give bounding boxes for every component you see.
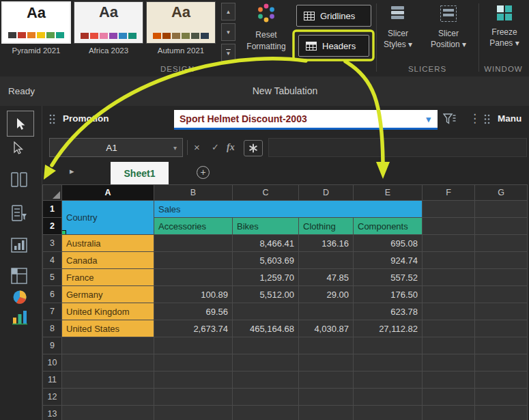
cell-A6[interactable]: Germany xyxy=(62,286,154,303)
cell-E3[interactable]: 695.08 xyxy=(354,235,423,252)
cell-E7[interactable]: 623.78 xyxy=(354,303,423,320)
cell-B13[interactable] xyxy=(154,406,233,420)
cell-A13[interactable] xyxy=(62,406,154,420)
col-header-F[interactable]: F xyxy=(423,185,475,201)
cell-B11[interactable] xyxy=(154,372,233,389)
chevron-down-icon[interactable]: ▾ xyxy=(426,114,431,124)
enter-button[interactable]: ✓ xyxy=(212,139,219,156)
cell-A4[interactable]: Canada xyxy=(62,252,154,269)
cell-E10[interactable] xyxy=(354,354,423,372)
formula-input[interactable] xyxy=(268,138,527,157)
slicer-grip-icon[interactable] xyxy=(484,114,490,124)
cell-B3[interactable] xyxy=(154,235,233,252)
row-header-4[interactable]: 4 xyxy=(43,252,62,269)
name-box[interactable]: A1 ▾ xyxy=(49,138,183,157)
column-chart-tool-button[interactable] xyxy=(12,309,28,328)
cell-F7[interactable] xyxy=(423,303,475,320)
cell-D4[interactable] xyxy=(299,252,354,269)
cell-D6[interactable]: 29.00 xyxy=(299,286,354,303)
cell-C4[interactable]: 5,603.69 xyxy=(233,252,299,269)
cell-D3[interactable]: 136.16 xyxy=(299,235,354,252)
cell-D7[interactable] xyxy=(299,303,354,320)
cell-D2[interactable]: Clothing xyxy=(299,218,354,235)
cell-D8[interactable]: 4,030.87 xyxy=(299,320,354,337)
cell-A1[interactable]: Country xyxy=(62,201,154,235)
freeze-panes-button[interactable]: Freeze Panes ▾ xyxy=(482,5,527,48)
row-header-6[interactable]: 6 xyxy=(43,286,62,303)
cell-F12[interactable] xyxy=(423,389,475,406)
select-all-corner[interactable] xyxy=(43,185,62,201)
cell-C6[interactable]: 5,512.00 xyxy=(233,286,299,303)
cell-B7[interactable]: 69.56 xyxy=(154,303,233,320)
cell-A11[interactable] xyxy=(62,372,154,389)
row-header-9[interactable]: 9 xyxy=(43,337,62,354)
select-tool-button[interactable] xyxy=(12,141,24,157)
fill-handle[interactable] xyxy=(62,230,67,235)
cell-A8[interactable]: United States xyxy=(62,320,154,337)
cell-C11[interactable] xyxy=(233,372,299,389)
row-header-8[interactable]: 8 xyxy=(43,320,62,337)
cell-B8[interactable]: 2,673.74 xyxy=(154,320,233,337)
theme-card-autumn-2021[interactable]: Aa xyxy=(146,1,216,44)
insert-function-button[interactable]: fx xyxy=(227,139,235,156)
ai-assistant-button[interactable] xyxy=(244,140,263,156)
cell-G7[interactable] xyxy=(475,303,528,320)
row-header-10[interactable]: 10 xyxy=(43,354,62,372)
cell-G10[interactable] xyxy=(475,354,528,372)
cell-C5[interactable]: 1,259.70 xyxy=(233,269,299,286)
cell-F10[interactable] xyxy=(423,354,475,372)
col-header-B[interactable]: B xyxy=(154,185,233,201)
slicer-position-button[interactable]: Slicer Position ▾ xyxy=(425,5,472,50)
cell-A5[interactable]: France xyxy=(62,269,154,286)
gallery-more-button[interactable]: ▼ xyxy=(221,44,235,61)
cell-E11[interactable] xyxy=(354,372,423,389)
cell-A9[interactable] xyxy=(62,337,154,354)
theme-card-pyramid-2021[interactable]: Aa xyxy=(1,1,71,44)
cell-E8[interactable]: 27,112.82 xyxy=(354,320,423,337)
pointer-tool-button[interactable] xyxy=(7,111,34,137)
cell-E5[interactable]: 557.52 xyxy=(354,269,423,286)
cell-F13[interactable] xyxy=(423,406,475,420)
cell-G12[interactable] xyxy=(475,389,528,406)
col-header-G[interactable]: G xyxy=(475,185,528,201)
cell-D10[interactable] xyxy=(299,354,354,372)
cell-B1[interactable]: Sales xyxy=(154,201,423,218)
cell-B5[interactable] xyxy=(154,269,233,286)
cell-F9[interactable] xyxy=(423,337,475,354)
col-header-E[interactable]: E xyxy=(354,185,423,201)
table-tool-button[interactable] xyxy=(10,267,28,288)
cell-E6[interactable]: 176.50 xyxy=(354,286,423,303)
cell-G2[interactable] xyxy=(475,218,528,235)
pie-chart-tool-button[interactable] xyxy=(12,289,28,308)
row-header-13[interactable]: 13 xyxy=(43,406,62,420)
chart-tool-button[interactable] xyxy=(10,237,28,256)
cell-G11[interactable] xyxy=(475,372,528,389)
cell-G9[interactable] xyxy=(475,337,528,354)
cell-F4[interactable] xyxy=(423,252,475,269)
theme-card-africa-2023[interactable]: Aa xyxy=(74,1,143,44)
cell-C13[interactable] xyxy=(233,406,299,420)
cell-G5[interactable] xyxy=(475,269,528,286)
cell-E13[interactable] xyxy=(354,406,423,420)
slicer-grip-icon[interactable] xyxy=(49,114,55,124)
cell-D13[interactable] xyxy=(299,406,354,420)
cell-B4[interactable] xyxy=(154,252,233,269)
cell-C9[interactable] xyxy=(233,337,299,354)
cell-C12[interactable] xyxy=(233,389,299,406)
cell-E4[interactable]: 924.74 xyxy=(354,252,423,269)
row-header-2[interactable]: 2 xyxy=(43,218,62,235)
cell-A3[interactable]: Australia xyxy=(62,235,154,252)
cell-C7[interactable] xyxy=(233,303,299,320)
cell-G13[interactable] xyxy=(475,406,528,420)
cell-E2[interactable]: Components xyxy=(354,218,423,235)
cell-F11[interactable] xyxy=(423,372,475,389)
reset-formatting-button[interactable]: Reset Formatting xyxy=(239,3,294,70)
cell-G1[interactable] xyxy=(475,201,528,218)
cell-A10[interactable] xyxy=(62,354,154,372)
cell-C8[interactable]: 465,164.68 xyxy=(233,320,299,337)
slicer-menu-kebab[interactable]: ⋮ xyxy=(469,113,481,124)
cell-G3[interactable] xyxy=(475,235,528,252)
cell-B6[interactable]: 100.89 xyxy=(154,286,233,303)
gallery-scroll-up-button[interactable]: ▲ xyxy=(221,3,235,20)
cell-F8[interactable] xyxy=(423,320,475,337)
